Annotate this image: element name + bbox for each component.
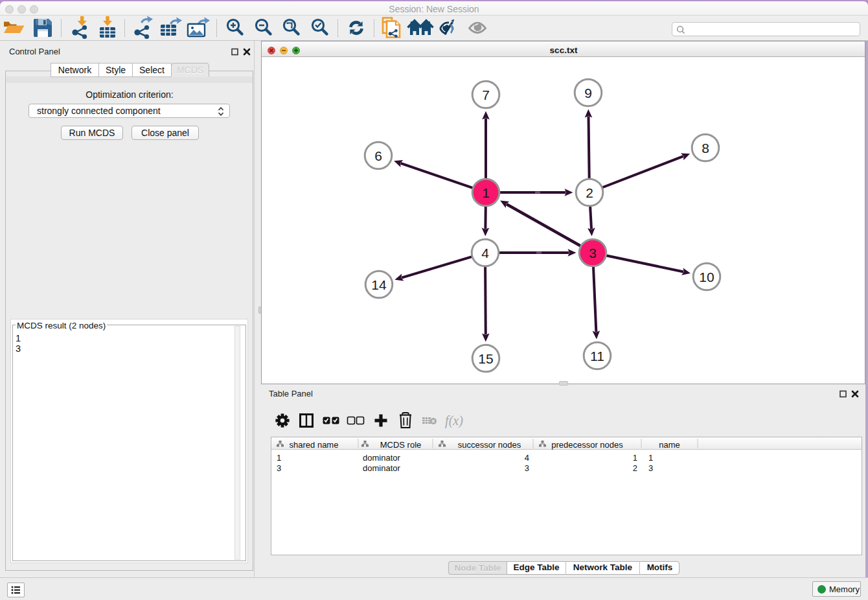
svg-text:1: 1 [482, 185, 490, 200]
svg-text:3: 3 [589, 246, 597, 260]
svg-text:15: 15 [478, 351, 493, 366]
svg-text:6: 6 [374, 148, 382, 163]
svg-text:10: 10 [699, 270, 714, 284]
svg-text:2: 2 [586, 185, 593, 200]
svg-text:f(x): f(x) [445, 413, 463, 428]
svg-text:4: 4 [481, 246, 489, 260]
svg-text:11: 11 [590, 349, 604, 363]
svg-text:14: 14 [371, 277, 387, 292]
svg-text:9: 9 [584, 86, 592, 100]
svg-text:7: 7 [482, 87, 490, 102]
svg-text:8: 8 [702, 141, 709, 156]
